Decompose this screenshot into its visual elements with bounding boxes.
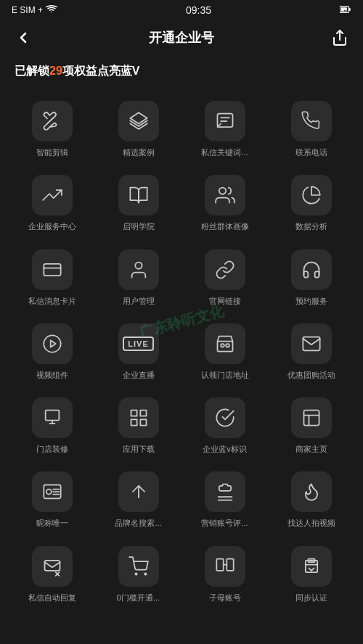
svg-rect-21 [140, 410, 146, 416]
feature-icon-user-manage [118, 249, 159, 290]
feature-blue-v[interactable]: 企业蓝v标识 [182, 387, 268, 461]
feature-icon-biz-service [32, 175, 73, 215]
feature-live[interactable]: LIVE 企业直播 [95, 313, 182, 387]
feature-label-store-decor: 门店装修 [36, 444, 68, 454]
svg-point-28 [46, 490, 51, 495]
feature-label-website-link: 官网链接 [209, 296, 241, 306]
feature-dm-keyword[interactable]: 私信关键词... [182, 91, 268, 165]
feature-label-merchant-home: 商家主页 [295, 444, 327, 454]
feature-marketing-eval[interactable]: 营销账号评... [182, 461, 268, 535]
feature-merchant-home[interactable]: 商家主页 [268, 387, 354, 461]
feature-label-data-analysis: 数据分析 [295, 221, 327, 231]
feature-dm-card[interactable]: 私信消息卡片 [9, 239, 95, 313]
feature-icon-dm-auto-reply [32, 546, 73, 587]
feature-store-addr[interactable]: 认领门店地址 [182, 313, 268, 387]
feature-sub-account[interactable]: 子母账号 [182, 536, 268, 610]
feature-label-sub-account: 子母账号 [209, 593, 241, 603]
svg-marker-13 [50, 340, 55, 347]
feature-0yuan-open[interactable]: 0门槛开通... [95, 536, 182, 610]
feature-label-contact-phone: 联系电话 [295, 147, 327, 157]
feature-label-video-widget: 视频组件 [36, 370, 68, 380]
feature-icon-dm-keyword [205, 101, 245, 141]
feature-group-buy[interactable]: 优惠团购活动 [268, 313, 354, 387]
feature-label-brand-search: 品牌名搜索... [115, 518, 161, 528]
feature-talent-video[interactable]: 找达人拍视频 [268, 461, 354, 535]
feature-unique-name[interactable]: 昵称唯一 [9, 461, 95, 535]
svg-rect-39 [227, 558, 233, 570]
status-bar: E SIM + 09:35 + [0, 0, 363, 20]
feature-video-widget[interactable]: 视频组件 [9, 313, 95, 387]
feature-label-sync-auth: 同步认证 [295, 593, 327, 603]
feature-icon-store-addr [205, 323, 245, 364]
feature-cases[interactable]: 精选案例 [95, 91, 182, 165]
feature-label-user-manage: 用户管理 [123, 296, 155, 306]
feature-fan-portrait[interactable]: 粉丝群体画像 [182, 165, 268, 239]
unlock-prefix: 已解锁 [15, 65, 49, 77]
feature-website-link[interactable]: 官网链接 [182, 239, 268, 313]
feature-icon-live: LIVE [118, 323, 159, 364]
svg-rect-35 [44, 561, 60, 571]
feature-label-marketing-eval: 营销账号评... [201, 518, 248, 528]
feature-label-unique-name: 昵称唯一 [36, 518, 68, 528]
feature-icon-data-analysis [291, 175, 332, 215]
feature-contact-phone[interactable]: 联系电话 [268, 91, 354, 165]
feature-icon-brand-search [118, 471, 159, 512]
feature-icon-contact-phone [291, 101, 332, 141]
unlock-description: 已解锁29项权益点亮蓝V [15, 64, 348, 79]
svg-point-12 [44, 335, 60, 352]
svg-rect-9 [44, 263, 60, 275]
svg-point-16 [226, 344, 229, 347]
share-button[interactable] [328, 26, 351, 49]
feature-label-reserve-service: 预约服务 [295, 296, 327, 306]
nav-bar: 开通企业号 [0, 20, 363, 55]
charge-icon: + [340, 5, 351, 16]
feature-label-live: 企业直播 [123, 370, 155, 380]
feature-label-blue-v: 企业蓝v标识 [203, 444, 247, 454]
feature-store-decor[interactable]: 门店装修 [9, 387, 95, 461]
unlock-suffix: 项权益点亮蓝V [62, 65, 140, 77]
svg-point-8 [219, 188, 225, 194]
feature-icon-app-download [118, 397, 159, 438]
feature-icon-0yuan-open [118, 546, 159, 587]
svg-point-37 [144, 573, 146, 574]
svg-rect-22 [131, 420, 136, 426]
feature-icon-dm-card [32, 249, 73, 290]
feature-label-talent-video: 找达人拍视频 [287, 518, 335, 528]
feature-data-analysis[interactable]: 数据分析 [268, 165, 354, 239]
wifi-icon [46, 5, 57, 16]
feature-icon-unique-name [32, 471, 73, 512]
feature-icon-merchant-home [291, 397, 332, 438]
unlock-count: 29 [49, 65, 62, 77]
feature-icon-blue-v [205, 397, 245, 438]
feature-sync-auth[interactable]: 同步认证 [268, 536, 354, 610]
svg-rect-24 [303, 410, 319, 426]
feature-academy[interactable]: 启明学院 [95, 165, 182, 239]
feature-biz-service[interactable]: 企业服务中心 [9, 165, 95, 239]
status-right: + [340, 5, 351, 16]
features-grid: 智能剪辑 精选案例 私信关键词... 联系电话 企业服务中心 启明学院 粉丝群体… [0, 85, 363, 616]
feature-dm-auto-reply[interactable]: 私信自动回复 [9, 536, 95, 610]
svg-point-15 [221, 344, 224, 347]
feature-icon-group-buy [291, 323, 332, 364]
feature-label-academy: 启明学院 [123, 221, 155, 231]
feature-app-download[interactable]: 应用下载 [95, 387, 182, 461]
svg-rect-23 [140, 420, 146, 426]
feature-icon-marketing-eval [205, 471, 245, 512]
feature-reserve-service[interactable]: 预约服务 [268, 239, 354, 313]
feature-label-smart-edit: 智能剪辑 [36, 147, 68, 157]
feature-user-manage[interactable]: 用户管理 [95, 239, 182, 313]
feature-label-app-download: 应用下载 [123, 444, 155, 454]
feature-icon-cases [118, 101, 159, 141]
svg-rect-38 [216, 558, 223, 570]
feature-smart-edit[interactable]: 智能剪辑 [9, 91, 95, 165]
feature-label-0yuan-open: 0门槛开通... [117, 593, 160, 603]
back-button[interactable] [12, 26, 35, 49]
svg-text:+: + [343, 7, 346, 12]
feature-label-cases: 精选案例 [123, 147, 155, 157]
feature-label-dm-auto-reply: 私信自动回复 [28, 593, 76, 603]
sim-label: E SIM + [12, 5, 43, 15]
feature-icon-fan-portrait [205, 175, 245, 215]
feature-brand-search[interactable]: 品牌名搜索... [95, 461, 182, 535]
status-time: 09:35 [186, 4, 211, 16]
page-header: 已解锁29项权益点亮蓝V [0, 55, 363, 85]
